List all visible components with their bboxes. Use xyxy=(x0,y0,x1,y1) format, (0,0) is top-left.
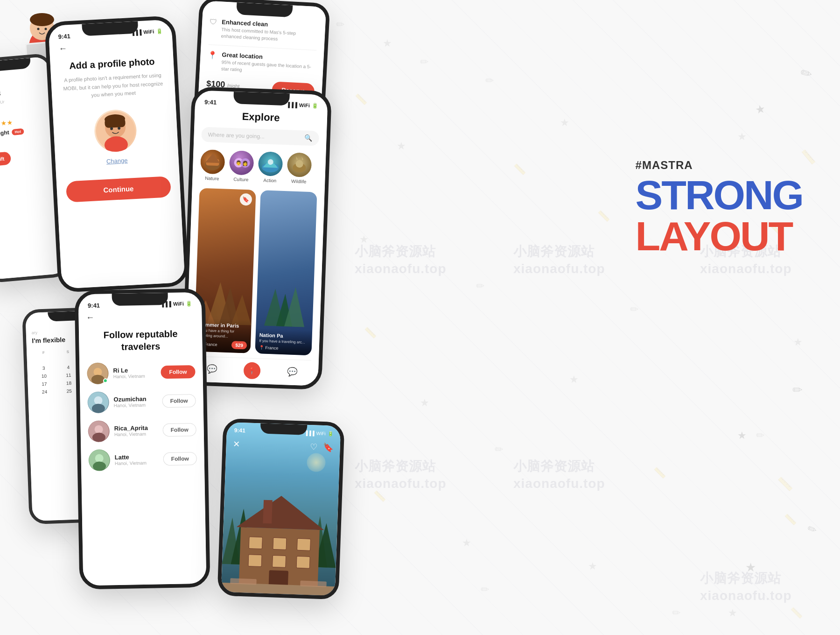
traveler-location-rica: Hanoi, Vietnam xyxy=(114,431,158,437)
deco-star-11: ★ xyxy=(728,607,737,619)
follow-button-rile[interactable]: Follow xyxy=(161,365,195,379)
cal-day-10[interactable]: 10 xyxy=(33,373,55,379)
dest-footer-2: 📍 France xyxy=(259,345,308,352)
phone-lodge: 9:41 ▐▐▐ WiFi 🔋 ✕ ♡ 🔖 xyxy=(217,418,344,600)
nav-chat-left[interactable]: 💬 xyxy=(206,364,217,374)
wifi-icon-4: WiFi xyxy=(299,102,310,108)
p7-close-icon[interactable]: ✕ xyxy=(232,439,240,450)
cal-day-17[interactable]: 17 xyxy=(33,381,55,387)
svg-point-65 xyxy=(37,28,40,30)
battery-icon-4: 🔋 xyxy=(312,102,318,108)
traveler-info-latte: Latte Hanoi, Vietnam xyxy=(115,453,159,466)
traveler-avatar-latte xyxy=(88,449,110,471)
nav-center-pin[interactable]: 📍 xyxy=(243,362,260,379)
deco-ruler-r3: 📏 xyxy=(790,607,803,619)
follow-button-latte[interactable]: Follow xyxy=(163,452,197,466)
p7-heart-icon[interactable]: ♡ xyxy=(310,442,318,452)
deco-star-4: ★ xyxy=(420,397,429,409)
p1-gift-button[interactable]: e gift xyxy=(0,151,12,167)
p6-back-arrow[interactable]: ← xyxy=(86,311,194,323)
wifi-icon-6: WiFi xyxy=(173,301,184,306)
p2-continue-button[interactable]: Continue xyxy=(66,176,171,203)
p2-subtext: A profile photo isn't a requirement for … xyxy=(60,71,166,101)
svg-rect-56 xyxy=(300,581,327,587)
deco-pencil-5: ✏ xyxy=(495,444,503,456)
category-label-wildlife: Wildlife xyxy=(291,179,307,184)
category-label-nature: Nature xyxy=(205,176,219,181)
svg-point-64 xyxy=(30,13,54,26)
deco-pencil-2: ✏ xyxy=(420,56,428,68)
signal-7: ▐▐▐ xyxy=(304,430,315,436)
cabin-svg xyxy=(221,480,339,596)
category-circle-action xyxy=(258,151,283,176)
notch-4 xyxy=(233,92,290,106)
traveler-list: Ri Le Hanoi, Vietnam Follow Ozumichan Ha… xyxy=(87,361,197,471)
category-nature[interactable]: Nature xyxy=(200,149,225,182)
deco-ruler-8: 📏 xyxy=(784,514,797,526)
deco-ruler-2: 📏 xyxy=(513,163,526,176)
svg-rect-48 xyxy=(273,537,287,550)
category-action[interactable]: Action xyxy=(258,151,283,183)
destination-card-2[interactable]: Nation Pa If you have a traveling arc...… xyxy=(255,190,317,355)
dest-location-2: 📍 France xyxy=(259,345,279,350)
svg-text:👨: 👨 xyxy=(236,160,242,166)
follow-button-ozumichan[interactable]: Follow xyxy=(162,394,196,408)
category-wildlife[interactable]: Wildlife xyxy=(287,152,312,184)
dest-bookmark-1[interactable]: 🔖 xyxy=(239,193,252,206)
svg-rect-55 xyxy=(230,578,257,585)
deco-ruler-5: 📏 xyxy=(597,210,610,222)
brand-hashtag: #MASTRA xyxy=(636,159,803,172)
traveler-info-ozumichan: Ozumichan Hanoi, Vietnam xyxy=(113,395,157,408)
svg-rect-52 xyxy=(296,556,310,568)
category-label-culture: Culture xyxy=(233,176,249,182)
deco-pencil-9: ✏ xyxy=(756,430,764,442)
cal-day-3[interactable]: 3 xyxy=(33,365,55,371)
status-time-2: 9:41 xyxy=(58,32,70,40)
deco-ruler-r2: 📏 xyxy=(777,476,793,492)
deco-star-3: ★ xyxy=(359,233,369,246)
p6-heading: Follow reputable travelers xyxy=(86,327,195,353)
svg-rect-46 xyxy=(263,500,273,524)
traveler-item-rica: Rica_Aprita Hanoi, Vietnam Follow xyxy=(88,419,196,442)
svg-rect-49 xyxy=(297,538,310,550)
p2-change-link[interactable]: Change xyxy=(106,157,128,165)
p2-avatar-container xyxy=(62,107,168,155)
deco-star-5: ★ xyxy=(462,537,471,549)
cal-day-24[interactable]: 24 xyxy=(34,389,56,395)
status-bar-7: 9:41 ▐▐▐ WiFi 🔋 xyxy=(227,422,341,437)
deco-star-1: ★ xyxy=(383,37,392,49)
search-icon[interactable]: 🔍 xyxy=(304,134,313,142)
explore-search-bar[interactable]: Where are you going... 🔍 xyxy=(201,127,319,146)
notch-6 xyxy=(112,293,168,306)
traveler-avatar-rile xyxy=(87,362,109,384)
svg-rect-51 xyxy=(273,555,286,567)
p7-bookmark-icon[interactable]: 🔖 xyxy=(323,442,334,453)
svg-marker-45 xyxy=(237,494,325,530)
p1-credit-text: credit to OUre xyxy=(0,96,46,114)
traveler-item-ozumichan: Ozumichan Hanoi, Vietnam Follow xyxy=(87,390,196,413)
dest-title-2: Nation Pa xyxy=(259,332,308,339)
status-icons-4: ▐▐▐ WiFi 🔋 xyxy=(286,102,318,109)
deco-star-r2: ★ xyxy=(737,430,747,442)
branding-section: #MASTRA STRONG LAYOUT xyxy=(636,159,803,257)
p2-heading: Add a profile photo xyxy=(59,56,164,72)
deco-pencil-4: ✏ xyxy=(476,280,484,292)
follow-button-rica[interactable]: Follow xyxy=(162,423,196,437)
deco-pencil-3: ✏ xyxy=(485,75,494,87)
category-culture[interactable]: 👨👩 Culture xyxy=(229,150,254,183)
p7-action-icons: ♡ 🔖 xyxy=(310,442,334,453)
deco-star-r3: ★ xyxy=(745,560,756,575)
traveler-name-ozumichan: Ozumichan xyxy=(113,395,157,403)
dest-price-1: $29 xyxy=(231,341,247,349)
battery-7: 🔋 xyxy=(328,431,333,436)
traveler-info-rica: Rica_Aprita Hanoi, Vietnam xyxy=(114,424,158,437)
deco-star-8: ★ xyxy=(588,560,597,572)
deco-ruler-6: 📏 xyxy=(653,467,666,479)
brand-strong: STRONG xyxy=(636,175,803,216)
nav-chat-right[interactable]: 💬 xyxy=(287,367,298,377)
p1-night-label: ntic Night xyxy=(0,129,9,138)
svg-marker-10 xyxy=(205,153,221,163)
traveler-location-ozumichan: Hanoi, Vietnam xyxy=(114,402,158,408)
deco-ruler-4: 📏 xyxy=(373,490,386,502)
listing-icon-1: 🛡 xyxy=(210,18,217,27)
